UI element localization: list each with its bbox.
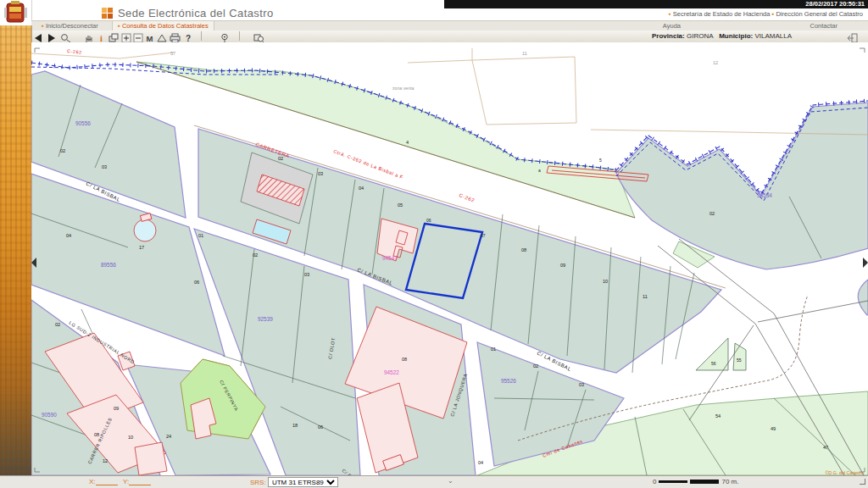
parcel-label-94522: 94522 <box>384 369 399 375</box>
scale-start: 0 <box>653 478 656 485</box>
exit-panel-icon[interactable] <box>847 31 858 42</box>
svg-text:06: 06 <box>194 280 199 285</box>
parcel-label-90590: 90590 <box>42 412 57 418</box>
svg-text:06: 06 <box>426 218 431 223</box>
pan-icon[interactable] <box>84 31 95 42</box>
resize-grip[interactable] <box>860 479 865 485</box>
x-label: X: <box>89 478 96 485</box>
municipio-label: Municipio: <box>719 32 753 40</box>
cadastral-map-viewport[interactable]: CARRETERA Ctrá. C-262 de La Bisbal a F C… <box>31 42 868 476</box>
svg-text:02: 02 <box>55 322 60 327</box>
svg-text:03: 03 <box>318 171 323 176</box>
svg-text:56: 56 <box>711 361 716 366</box>
svg-text:02: 02 <box>60 148 65 153</box>
svg-text:02: 02 <box>709 211 715 216</box>
decorative-left-banner <box>0 25 32 488</box>
svg-text:10: 10 <box>128 435 133 440</box>
svg-text:08: 08 <box>521 247 526 252</box>
svg-text:03: 03 <box>304 272 309 277</box>
measure-icon[interactable] <box>157 31 168 42</box>
help-icon[interactable]: ? <box>183 31 194 42</box>
svg-text:10: 10 <box>603 279 608 284</box>
layers-icon[interactable] <box>108 31 120 42</box>
catastro-app: 28/02/2017 20:50:31 Sede Electrónica del… <box>0 0 868 488</box>
svg-text:54: 54 <box>715 413 721 419</box>
brand: Sede Electrónica del Catastro <box>102 7 274 19</box>
svg-text:02: 02 <box>253 252 258 258</box>
zoom-out-button[interactable] <box>133 31 144 42</box>
svg-text:17: 17 <box>139 245 144 250</box>
svg-text:4: 4 <box>406 140 409 145</box>
svg-text:02: 02 <box>278 156 283 161</box>
info-icon[interactable]: i <box>97 31 108 42</box>
svg-text:49: 49 <box>771 426 776 431</box>
chevron-down-icon[interactable]: ⌄ <box>448 477 453 485</box>
zone-label-venta: zona venta <box>392 86 414 91</box>
spain-coat-of-arms-logo <box>0 0 32 25</box>
full-extent-button[interactable]: M <box>145 31 156 42</box>
catastro-squares-icon <box>102 8 113 19</box>
parcel-label-92539: 92539 <box>258 316 273 322</box>
tab-ayuda[interactable]: Ayuda <box>658 21 686 30</box>
svg-text:08: 08 <box>402 357 407 362</box>
print-icon[interactable] <box>170 31 181 42</box>
tab-contactar[interactable]: Contactar <box>804 21 843 30</box>
tab-inicio-desconectar[interactable]: ▪ Inicio/Desconectar <box>36 21 103 30</box>
svg-text:08: 08 <box>94 432 99 437</box>
svg-text:06: 06 <box>318 424 323 430</box>
svg-text:47: 47 <box>823 445 828 450</box>
scale-bar: 0 70 m. <box>653 478 738 485</box>
svg-text:05: 05 <box>398 202 403 208</box>
svg-text:03: 03 <box>579 382 584 387</box>
map-toolbar: i M ? Provincia: GIRONA Municipio: VILAM… <box>31 30 868 43</box>
svg-text:04: 04 <box>478 460 483 465</box>
datetime: 28/02/2017 20:50:31 <box>805 0 865 8</box>
parcel-label-95526: 95526 <box>501 378 516 384</box>
svg-text:11: 11 <box>643 294 648 299</box>
y-value-field <box>129 478 151 485</box>
toolbar-separator <box>239 31 240 41</box>
svg-text:18: 18 <box>292 423 298 428</box>
svg-text:11: 11 <box>522 51 527 56</box>
forward-icon[interactable] <box>46 31 57 42</box>
provincia-label: Provincia: <box>652 32 685 40</box>
parcel-label-90556: 90556 <box>75 120 91 126</box>
link-dgc[interactable]: Dirección General del Catastro <box>776 10 863 18</box>
parcel-label-89556: 89556 <box>101 262 116 268</box>
locate-icon[interactable] <box>220 31 231 42</box>
srs-label: SRS: <box>250 479 266 486</box>
y-label: Y: <box>123 478 129 485</box>
svg-text:12: 12 <box>103 458 108 463</box>
parcel-label-94547: 94547 <box>382 255 398 261</box>
x-value-field <box>96 478 118 485</box>
svg-text:55: 55 <box>737 358 742 363</box>
svg-text:01: 01 <box>198 233 203 238</box>
svg-text:09: 09 <box>114 406 119 411</box>
toolbar-separator <box>201 31 202 41</box>
svg-text:09: 09 <box>560 263 565 268</box>
map-canvas[interactable]: CARRETERA Ctrá. C-262 de La Bisbal a F C… <box>31 42 868 476</box>
zoom-in-button[interactable] <box>121 31 132 42</box>
svg-text:a: a <box>538 168 541 173</box>
scale-segment <box>690 480 719 484</box>
svg-text:01: 01 <box>491 347 496 352</box>
svg-text:24: 24 <box>166 434 171 439</box>
status-bar: X: Y: ⌄ SRS: UTM 31 ETRS89 0 70 m. <box>0 475 868 488</box>
link-secretaria[interactable]: Secretaría de Estado de Hacienda <box>673 10 771 18</box>
svg-text:57: 57 <box>170 51 175 56</box>
srs-select[interactable]: UTM 31 ETRS89 <box>268 477 338 487</box>
svg-text:04: 04 <box>359 186 364 191</box>
svg-text:12: 12 <box>713 60 718 65</box>
svg-text:02: 02 <box>533 363 538 369</box>
svg-text:07: 07 <box>481 233 486 238</box>
query-icon[interactable] <box>253 31 264 42</box>
scale-end: 70 m. <box>721 478 738 485</box>
municipio-value: VILAMALLA <box>754 32 792 40</box>
coordinate-readout: X: Y: <box>89 478 151 485</box>
province-municipality: Provincia: GIRONA Municipio: VILAMALLA <box>652 32 792 40</box>
scale-segment <box>659 480 687 483</box>
svg-text:04: 04 <box>66 233 71 238</box>
zoom-icon[interactable] <box>60 31 71 42</box>
tab-consulta-datos[interactable]: ▪ Consulta de Datos Catastrales <box>112 21 214 30</box>
back-icon[interactable] <box>33 31 44 42</box>
